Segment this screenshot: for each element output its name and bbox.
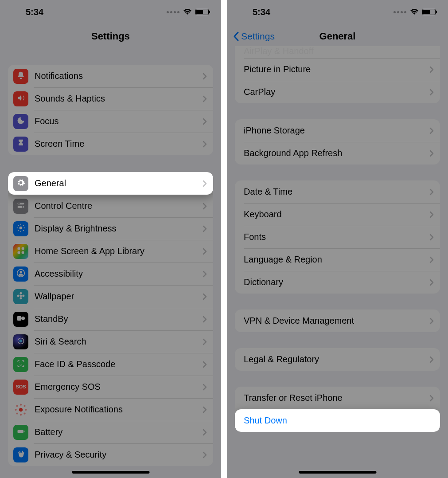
status-time: 5:34 [26,7,43,17]
home-indicator [299,471,376,474]
chevron-right-icon [203,225,207,232]
settings-row-standby[interactable]: StandBy [8,308,213,330]
row-label: Language & Region [244,255,429,265]
svg-point-32 [20,414,22,415]
settings-row-home-screen-app-library[interactable]: Home Screen & App Library [8,240,213,263]
svg-point-30 [19,407,23,411]
chevron-right-icon [203,95,207,102]
chevron-right-icon [203,316,207,323]
svg-point-28 [19,363,20,364]
row-label: Date & Time [244,187,429,197]
person-icon [13,266,28,282]
general-row-date-time[interactable]: Date & Time [235,180,440,203]
content: NotificationsSounds & HapticsFocusScreen… [0,65,221,466]
nav-bar: Settings [0,24,221,49]
chevron-right-icon [429,356,434,363]
settings-row-focus[interactable]: Focus [8,110,213,133]
hourglass-icon [13,137,28,152]
row-label: Display & Brightness [35,223,203,234]
row-label: VPN & Device Management [244,316,429,326]
svg-point-21 [20,297,22,299]
chevron-right-icon [203,248,207,255]
svg-point-18 [20,271,22,273]
general-row-fonts[interactable]: Fonts [235,226,440,248]
row-label: General [35,178,203,188]
chevron-right-icon [429,127,434,134]
row-label: Wallpaper [35,291,203,302]
list-item[interactable]: AirPlay & Handoff [235,46,440,58]
general-row-language-region[interactable]: Language & Region [235,248,440,271]
svg-rect-15 [18,251,20,254]
chevron-right-icon [429,317,434,325]
settings-row-display-brightness[interactable]: Display & Brightness [8,217,213,240]
settings-row-sounds-haptics[interactable]: Sounds & Haptics [8,87,213,110]
row-label: Siri & Search [35,337,203,347]
svg-rect-13 [18,247,20,250]
settings-row-battery[interactable]: Battery [8,421,213,443]
chevron-right-icon [429,188,434,196]
svg-point-29 [22,363,23,364]
speaker-icon [13,91,28,106]
svg-point-22 [17,295,19,297]
general-row-shut-down[interactable]: Shut Down [235,409,440,432]
general-row-iphone-storage[interactable]: iPhone Storage [235,119,440,142]
chevron-left-icon [233,31,239,41]
general-group-0: AirPlay & Handoff Picture in PictureCarP… [235,46,440,103]
general-row-keyboard[interactable]: Keyboard [235,203,440,226]
row-label: Screen Time [35,139,203,149]
flower-icon [13,289,28,304]
settings-row-face-id-passcode[interactable]: Face ID & Passcode [8,353,213,376]
svg-point-34 [25,408,27,410]
settings-row-wallpaper[interactable]: Wallpaper [8,285,213,308]
general-group-4: Legal & Regulatory [235,348,440,371]
cellular-dots-icon [167,11,179,13]
settings-row-control-centre[interactable]: Control Centre [8,195,213,217]
chevron-right-icon [429,150,434,157]
general-group-1: iPhone StorageBackground App Refresh [235,119,440,165]
chevron-right-icon [203,451,207,458]
back-button[interactable]: Settings [233,31,275,42]
row-label: Emergency SOS [35,382,203,392]
page-title: Settings [91,31,130,42]
svg-point-31 [20,404,22,405]
status-right [393,9,436,15]
general-row-transfer-or-reset-iphone[interactable]: Transfer or Reset iPhone [235,387,440,409]
chevron-right-icon [429,234,434,241]
row-label: Exposure Notifications [35,404,203,415]
svg-point-3 [22,206,23,208]
settings-row-screen-time[interactable]: Screen Time [8,133,213,155]
settings-screen: 5:34 Settings NotificationsSounds & Hapt… [0,0,221,478]
general-row-background-app-refresh[interactable]: Background App Refresh [235,142,440,165]
settings-row-siri-search[interactable]: Siri & Search [8,330,213,353]
status-bar: 5:34 [227,0,448,24]
general-row-carplay[interactable]: CarPlay [235,81,440,103]
general-row-picture-in-picture[interactable]: Picture in Picture [235,58,440,81]
back-label: Settings [241,31,275,42]
settings-row-accessibility[interactable]: Accessibility [8,263,213,285]
content: AirPlay & Handoff Picture in PictureCarP… [227,46,448,432]
chevron-right-icon [203,293,207,300]
svg-line-12 [23,225,24,226]
general-row-dictionary[interactable]: Dictionary [235,271,440,294]
row-label: Home Screen & App Library [35,246,203,256]
settings-group-2: GeneralControl CentreDisplay & Brightnes… [8,172,213,466]
row-label: CarPlay [244,87,429,97]
siri-icon [13,334,28,349]
general-row-vpn-device-management[interactable]: VPN & Device Management [235,310,440,332]
settings-row-emergency-sos[interactable]: SOSEmergency SOS [8,376,213,398]
chevron-right-icon [203,73,207,80]
settings-group-1: NotificationsSounds & HapticsFocusScreen… [8,65,213,155]
svg-line-11 [18,230,19,231]
bell-icon [13,69,28,84]
hand-icon [13,447,28,462]
chevron-right-icon [203,384,207,391]
settings-row-general[interactable]: General [8,172,213,195]
settings-row-privacy-security[interactable]: Privacy & Security [8,443,213,466]
gear-icon [13,176,28,191]
svg-rect-14 [22,247,24,250]
settings-row-notifications[interactable]: Notifications [8,65,213,87]
home-indicator [72,471,149,474]
faceid-icon [13,357,28,372]
settings-row-exposure-notifications[interactable]: Exposure Notifications [8,398,213,421]
general-row-legal-regulatory[interactable]: Legal & Regulatory [235,348,440,371]
